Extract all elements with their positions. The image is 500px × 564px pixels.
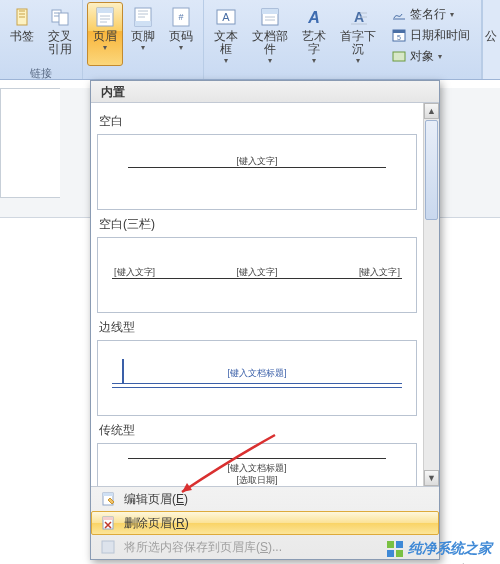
btn-label: 文本框: [209, 30, 243, 56]
chevron-down-icon: ▾: [179, 44, 183, 52]
svg-text:A: A: [307, 9, 320, 26]
btn-label: 页码: [169, 30, 193, 43]
object-button[interactable]: 对象▾: [386, 46, 475, 66]
pagenum-icon: #: [169, 5, 193, 29]
header-gallery-dropdown: 内置 空白 [键入文字] 空白(三栏) [键入文字] [键入文字] [键入文字]…: [90, 80, 440, 560]
chevron-down-icon: ▾: [141, 44, 145, 52]
btn-label: 页脚: [131, 30, 155, 43]
wordart-icon: A: [302, 5, 326, 29]
chevron-down-icon: ▾: [224, 57, 228, 65]
header-icon: [93, 5, 117, 29]
svg-rect-24: [387, 541, 394, 548]
remove-header-menuitem[interactable]: 删除页眉(R): [91, 511, 439, 535]
quickparts-icon: [258, 5, 282, 29]
svg-text:#: #: [178, 12, 183, 22]
ribbon-group-headerfooter: 页眉 ▾ 页脚 ▾ # 页码 ▾: [83, 0, 204, 79]
wordart-button[interactable]: A 艺术字 ▾: [296, 2, 332, 66]
footer-button[interactable]: 页脚 ▾: [125, 2, 161, 66]
scroll-down-icon[interactable]: ▼: [424, 470, 439, 486]
template-title: 空白: [99, 113, 417, 130]
btn-label: 艺术字: [297, 30, 331, 56]
svg-rect-20: [103, 493, 113, 496]
bookmark-button[interactable]: 书签: [4, 2, 40, 66]
scroll-thumb[interactable]: [425, 120, 438, 220]
dropcap-icon: A: [346, 5, 370, 29]
menu-label: 将所选内容保存到页眉库(S)...: [124, 539, 282, 556]
svg-rect-18: [393, 52, 405, 61]
crossref-button[interactable]: 交叉 引用: [42, 2, 78, 66]
svg-text:A: A: [222, 11, 230, 23]
gallery-scroll: 空白 [键入文字] 空白(三栏) [键入文字] [键入文字] [键入文字] 边线…: [91, 103, 439, 486]
chevron-down-icon: ▾: [356, 57, 360, 65]
edit-icon: [100, 491, 116, 507]
textbox-button[interactable]: A 文本框 ▾: [208, 2, 244, 66]
btn-label: 交叉 引用: [48, 30, 72, 56]
page-edge: [0, 88, 60, 198]
dropcap-button[interactable]: A 首字下沉 ▾: [334, 2, 382, 66]
text-mini-stack: 签名行▾ 5 日期和时间 对象▾: [384, 2, 475, 66]
svg-rect-27: [396, 550, 403, 557]
template-blank[interactable]: [键入文字]: [97, 134, 417, 210]
template-title: 空白(三栏): [99, 216, 417, 233]
svg-rect-16: [393, 30, 405, 33]
svg-rect-4: [97, 8, 113, 13]
svg-rect-26: [387, 550, 394, 557]
watermark-text: 纯净系统之家: [408, 540, 492, 558]
template-blank-3col[interactable]: [键入文字] [键入文字] [键入文字]: [97, 237, 417, 313]
template-title: 传统型: [99, 422, 417, 439]
group-label: 链接: [4, 66, 78, 80]
watermark-logo-icon: [386, 540, 404, 558]
pagenum-button[interactable]: # 页码 ▾: [163, 2, 199, 66]
calendar-icon: 5: [391, 27, 407, 43]
svg-rect-22: [103, 517, 113, 520]
crossref-icon: [48, 5, 72, 29]
svg-rect-12: [262, 9, 278, 14]
chevron-down-icon: ▾: [268, 57, 272, 65]
signature-button[interactable]: 签名行▾: [386, 4, 475, 24]
svg-rect-2: [59, 13, 68, 25]
textbox-icon: A: [214, 5, 238, 29]
quickparts-button[interactable]: 文档部件 ▾: [246, 2, 294, 66]
edit-header-menuitem[interactable]: 编辑页眉(E): [91, 487, 439, 511]
ribbon-group-links: 书签 交叉 引用 链接: [0, 0, 83, 79]
remove-icon: [100, 515, 116, 531]
signature-icon: [391, 6, 407, 22]
datetime-button[interactable]: 5 日期和时间: [386, 25, 475, 45]
menu-label: 编辑页眉(E): [124, 491, 188, 508]
save-icon: [100, 539, 116, 555]
gallery-section-header: 内置: [91, 81, 439, 103]
svg-rect-25: [396, 541, 403, 548]
btn-label: 文档部件: [247, 30, 293, 56]
template-sideline[interactable]: [键入文档标题]: [97, 340, 417, 416]
ribbon-cutoff: 公: [482, 0, 500, 79]
scroll-up-icon[interactable]: ▲: [424, 103, 439, 119]
svg-text:5: 5: [397, 34, 401, 41]
ribbon: 书签 交叉 引用 链接 页眉 ▾ 页脚 ▾ # 页码 ▾: [0, 0, 500, 80]
footer-icon: [131, 5, 155, 29]
menu-label: 删除页眉(R): [124, 515, 189, 532]
btn-label: 页眉: [93, 30, 117, 43]
template-traditional[interactable]: [键入文档标题] [选取日期]: [97, 443, 417, 486]
scrollbar[interactable]: ▲ ▼: [423, 103, 439, 486]
object-icon: [391, 48, 407, 64]
btn-label: 首字下沉: [335, 30, 381, 56]
chevron-down-icon: ▾: [103, 44, 107, 52]
header-button[interactable]: 页眉 ▾: [87, 2, 123, 66]
chevron-down-icon: ▾: [312, 57, 316, 65]
svg-rect-23: [102, 541, 114, 553]
ribbon-group-text: A 文本框 ▾ 文档部件 ▾ A 艺术字 ▾ A 首字下沉 ▾: [204, 0, 482, 79]
bookmark-icon: [10, 5, 34, 29]
watermark: 纯净系统之家: [386, 540, 492, 558]
template-title: 边线型: [99, 319, 417, 336]
btn-label: 书签: [10, 30, 34, 43]
svg-rect-6: [135, 21, 151, 26]
